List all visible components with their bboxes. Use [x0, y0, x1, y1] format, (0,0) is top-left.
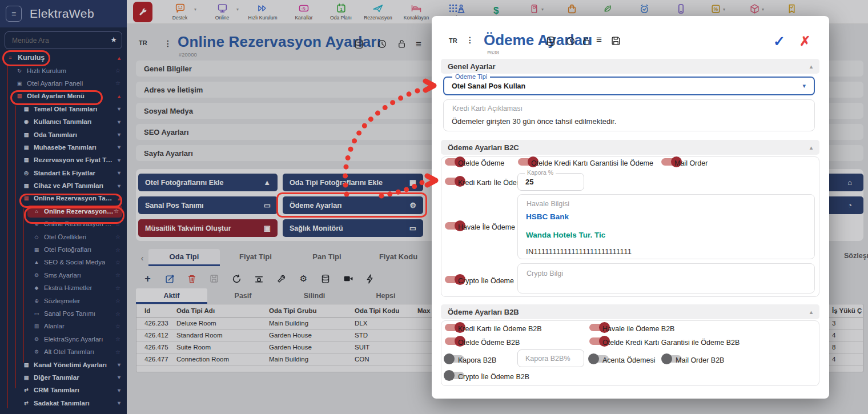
section-odeme-ayarlari-b2b[interactable]: Ödeme Ayarları B2B ▴	[441, 304, 819, 319]
add-button[interactable]: +	[143, 273, 152, 285]
star-icon[interactable]: ☆	[115, 221, 120, 227]
kapora-input[interactable]: Kapora % 25	[517, 173, 584, 191]
modal-language-chip[interactable]: TR	[449, 37, 457, 44]
edit-button[interactable]	[165, 274, 175, 284]
sidebar-item-sms-ayarlari[interactable]: ⚙Sms Ayarları☆	[0, 269, 127, 282]
filter-tab-aktif[interactable]: Aktif	[136, 288, 207, 304]
sidebar-search-input[interactable]	[5, 31, 122, 49]
lock-icon[interactable]	[397, 39, 407, 49]
kapora-b2b-input[interactable]: Kapora B2B%	[517, 349, 584, 367]
star-icon[interactable]: ☆	[115, 298, 120, 304]
toolbar-icon-rates[interactable]: %	[710, 3, 721, 14]
history-icon[interactable]	[377, 39, 387, 49]
sidebar-item-alanlar[interactable]: ▥Alanlar☆	[0, 320, 127, 332]
chevron-down-icon[interactable]: ▾	[118, 400, 120, 406]
chevron-down-icon[interactable]: ▾	[118, 361, 120, 368]
tab-fiyat-tipi[interactable]: Fiyat Tipi	[220, 249, 291, 266]
sidebar-item-sadakat-tanimlari[interactable]: ⇄Sadakat Tanımları▾	[0, 397, 127, 409]
star-icon[interactable]: ☆	[115, 336, 120, 342]
sidebar-item-diger-tanimlar[interactable]: ▤Diğer Tanımlar▾	[0, 371, 127, 384]
sidebar-item-online-rez-ayarlari[interactable]: ⌂Online Rezervasyon Ay...☆	[27, 205, 122, 218]
filter-tab-hepsi[interactable]: Hepsi	[350, 288, 421, 304]
quick-actions-button[interactable]	[365, 274, 375, 284]
history-icon[interactable]	[565, 36, 576, 46]
video-button[interactable]	[343, 274, 353, 283]
star-icon[interactable]: ☆	[115, 323, 120, 329]
sidebar-item-muhasebe-tanimlari[interactable]: ▤Muhasebe Tanımları▾	[0, 141, 127, 154]
sidebar-item-otel-ozellikleri[interactable]: ◇Otel Özellikleri☆	[0, 230, 127, 243]
havale-bilgisi-field[interactable]: Havale Bilgisi HSBC Bank Wanda Hotels Tu…	[517, 194, 815, 259]
sidebar-item-temel-otel-tanimlari[interactable]: ▤Temel Otel Tanımları▾	[0, 103, 127, 115]
toolbar-icon-leaves[interactable]	[602, 3, 613, 14]
settings-gear-button[interactable]: ⚙	[299, 274, 308, 284]
modal-confirm-button[interactable]: ✓	[773, 33, 785, 50]
filter-button[interactable]	[254, 274, 264, 284]
sidebar-item-otel-ayarlari-menu[interactable]: ▤Otel Ayarları Menü▴	[0, 90, 127, 102]
chevron-up-icon[interactable]: ▴	[118, 195, 120, 202]
sidebar-item-elektrasync[interactable]: ⚙ElektraSync Ayarları☆	[0, 333, 127, 345]
toolbar-icon-bag[interactable]	[566, 3, 577, 14]
filter-tab-silindi[interactable]: Silindi	[279, 288, 350, 304]
sidebar-item-kurulus[interactable]: ≡Kuruluş▴	[0, 51, 127, 64]
section-genel-ayarlar[interactable]: Genel Ayarlar ▴	[441, 59, 819, 74]
star-icon[interactable]: ☆	[115, 285, 120, 291]
tab-oda-tipi[interactable]: Oda Tipi	[148, 249, 220, 266]
toolbar-icon-alarm[interactable]	[639, 3, 650, 14]
more-options-icon[interactable]: ⋮	[164, 39, 172, 48]
toolbar-item-kanallar[interactable]: ·S· Kanallar	[284, 2, 324, 21]
sidebar-item-standart-ek-fiyatlar[interactable]: ◎Standart Ek Fiyatlar▾	[0, 167, 127, 179]
sidebar-item-otel-ayarlari-paneli[interactable]: ▣Otel Ayarları Paneli☆	[0, 77, 127, 90]
tabs-back-icon[interactable]: ‹	[136, 253, 148, 263]
toolbar-item-oda-plani[interactable]: 1 Oda Planı	[321, 2, 361, 21]
sidebar-item-online-rez-tanimlari[interactable]: ▤Online Rezervasyon Tanı...▴	[0, 192, 127, 204]
oda-tipi-fotograflari-ekle-button[interactable]: Oda Tipi Fotoğraflarını Ekle▦	[283, 174, 423, 191]
chevron-up-icon[interactable]: ▴	[118, 55, 120, 61]
sidebar-item-crm-tanimlari[interactable]: ⇄CRM Tanımları▾	[0, 384, 127, 396]
save-button[interactable]	[210, 274, 219, 283]
tools-button[interactable]	[276, 274, 286, 284]
chevron-down-icon[interactable]: ▾	[118, 157, 120, 163]
menu-toggle-button[interactable]: ≡	[6, 6, 22, 22]
sidebar-item-seo-social[interactable]: ▲SEO & Social Medya☆	[0, 256, 127, 268]
toolbar-icon-packages[interactable]	[749, 3, 760, 14]
kredi-karti-aciklamasi-field[interactable]: Kredi Kartı Açıklaması Ödemeler girişten…	[443, 99, 815, 131]
star-icon[interactable]: ☆	[115, 259, 120, 266]
menu-lines-icon[interactable]: ≡	[416, 39, 421, 50]
chevron-down-icon[interactable]: ▾	[118, 374, 120, 380]
sidebar-item-sozlesmeler[interactable]: ⊕Sözleşmeler☆	[0, 294, 127, 307]
toolbar-item-konaklayan[interactable]: Konaklayan	[396, 2, 436, 21]
sidebar-item-hizli-kurulum[interactable]: ↻Hızlı Kurulum☆	[0, 64, 127, 77]
star-icon[interactable]: ☆	[115, 234, 120, 240]
toolbar-icon-phone[interactable]	[676, 3, 686, 14]
filter-tab-pasif[interactable]: Pasif	[207, 288, 279, 304]
more-options-icon[interactable]: ⋮	[466, 35, 474, 45]
star-icon[interactable]: ☆	[115, 311, 120, 317]
saglik-monitoru-button[interactable]: Sağlık Monitörü▭	[283, 219, 423, 237]
chevron-down-icon[interactable]: ▾	[118, 131, 120, 138]
sidebar-item-ekstra-hizmetler[interactable]: ◆Ekstra Hizmetler☆	[0, 282, 127, 294]
database-icon[interactable]	[546, 36, 556, 46]
otel-fotograflari-ekle-button[interactable]: Otel Fotoğraflarını Ekle▲	[138, 174, 278, 191]
tab-sozlesme[interactable]: Sözleşme	[844, 252, 868, 260]
musaitlik-takvimi-button[interactable]: Müsaitlik Takvimi Oluştur▣	[138, 219, 278, 237]
database-icon[interactable]	[354, 39, 364, 49]
chevron-down-icon[interactable]: ▾	[118, 387, 120, 393]
chevron-up-icon[interactable]: ▴	[118, 93, 120, 99]
chevron-down-icon[interactable]: ▾	[118, 106, 120, 112]
star-icon[interactable]: ☆	[114, 208, 119, 214]
sidebar-item-kullanici-tanimlari[interactable]: ◉Kullanıcı Tanımları▾	[0, 115, 127, 128]
sidebar-item-kanal-yonetimi[interactable]: ▤Kanal Yönetimi Ayarları▾	[0, 358, 127, 371]
star-icon[interactable]: ☆	[115, 67, 120, 74]
sidebar-item-alt-otel[interactable]: ⚙Alt Otel Tanımları☆	[0, 345, 127, 358]
odeme-tipi-select[interactable]: Ödeme Tipi Otel Sanal Pos Kullan ▾	[443, 77, 815, 95]
refresh-button[interactable]	[232, 274, 242, 284]
tab-fiyat-kodu[interactable]: Fiyat Kodu	[363, 249, 434, 266]
sidebar-item-cihaz-api[interactable]: ▤Cihaz ve API Tanımları▾	[0, 179, 127, 192]
toolbar-icon-currency[interactable]: $	[493, 5, 499, 17]
toolbar-icon-pos[interactable]	[529, 3, 540, 14]
favorites-star-icon[interactable]: ★	[110, 35, 117, 44]
star-icon[interactable]: ☆	[115, 247, 120, 253]
delete-button[interactable]	[187, 274, 197, 284]
chevron-down-icon[interactable]: ▾	[118, 170, 120, 176]
odeme-ayarlari-button[interactable]: Ödeme Ayarları⚙	[283, 196, 423, 214]
